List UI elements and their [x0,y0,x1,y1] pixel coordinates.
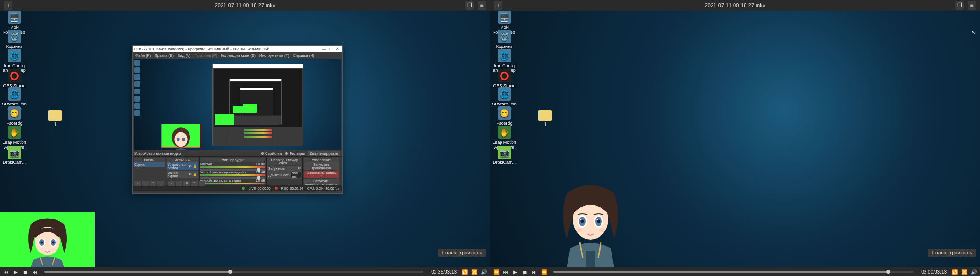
minimize-button[interactable]: — [321,47,327,51]
start-stream-button[interactable]: Запустить трансляцию [304,162,339,170]
transition-select[interactable]: Затухание⚙ [267,166,301,171]
menu-button[interactable]: ≡ [968,1,976,10]
scene-up-button[interactable]: ⌃ [150,181,156,185]
properties-button[interactable]: ⚙ Свойства [261,151,282,156]
mixer-channel: устройство захвата видео0.0 dB [200,179,265,184]
eye-icon[interactable]: 👁 [189,173,192,176]
trash-icon: 🗑️ [8,30,21,43]
source-up-button[interactable]: ⌃ [191,181,198,185]
volume-tooltip: Полная громкость [438,249,486,257]
seek-knob[interactable] [886,270,890,274]
add-tab-button[interactable]: + [494,1,502,10]
ff-button[interactable]: ⏩ [541,269,547,275]
stop-button[interactable]: ◼ [522,269,528,275]
next-button[interactable]: ⏭ [531,269,538,275]
obs-window[interactable]: OBS 27.0.1 (64-bit, windows) - Профиль: … [132,45,343,194]
loop-button[interactable]: 🔁 [461,269,468,275]
titlebar: + 2021-07-11 00-16-27.mkv ❐ ≡ [490,0,980,11]
video-player-right: + 2021-07-11 00-16-27.mkv ❐ ≡ 🖥️Мой комп… [490,0,980,276]
menu-profile[interactable]: Профиль (P) [194,53,217,58]
volume-slider[interactable] [257,168,260,172]
eye-icon[interactable]: 👁 [189,165,192,168]
menu-file[interactable]: Файл (F) [135,53,151,58]
lock-icon[interactable]: 🔒 [193,164,197,168]
volume-button[interactable]: 🔊 [480,269,487,275]
menu-tools[interactable]: Инструменты (T) [259,53,289,58]
source-item[interactable]: Устройство захват👁🔒 [167,162,198,170]
rec-time: REC: 00:01:34 [281,187,303,190]
desktop-icon-droidcam[interactable]: 📷DroidCam... [490,146,519,165]
volume-button[interactable]: 🔊 [970,269,977,275]
obs-icon: ⭕ [498,69,511,82]
duration-input[interactable]: 300 ms [291,172,301,178]
volume-slider[interactable] [257,176,260,180]
obs-source-toolbar: Устройство захвата видео ⚙ Свойства ⊕ Фи… [133,151,342,157]
stop-record-button[interactable]: Остановить запись ⏸ [304,171,339,178]
svg-point-14 [581,220,584,223]
svg-point-21 [599,228,605,232]
shuffle-button[interactable]: 🔀 [471,269,478,275]
seek-bar[interactable] [553,271,913,273]
capture-source-selected[interactable] [161,124,200,148]
add-tab-button[interactable]: + [4,1,12,10]
titlebar: + 2021-07-11 00-16-27.mkv ❐ ≡ [0,0,490,11]
scene-item[interactable]: Сцена [134,162,165,167]
desktop-icon-droidcam[interactable]: 📷DroidCam... [0,146,29,165]
desktop-icon-trash[interactable]: 🗑️Корзина [0,30,29,49]
filters-button[interactable]: ⊕ Фильтры [285,151,305,156]
restore-button[interactable]: ❐ [955,1,964,10]
prev-button[interactable]: ⏮ [3,269,10,275]
camera-icon: 📷 [498,146,511,159]
seek-bar[interactable] [44,271,423,273]
folder-1[interactable]: 1 [45,110,65,127]
remove-scene-button[interactable]: − [142,181,149,185]
rewind-button[interactable]: ⏪ [493,269,500,275]
window-title: 2021-07-11 00-16-27.mkv [705,2,766,8]
menu-view[interactable]: Вид (V) [178,53,190,58]
source-item[interactable]: Захват экрана👁🔒 [167,171,198,178]
prev-button[interactable]: ⏮ [502,269,509,275]
desktop: 🖥️Мой компьютер 🗑️Корзина 🌐Iron Config a… [490,11,980,267]
desktop-icon-facerig[interactable]: 😊FaceRig [490,106,519,126]
scene-down-button[interactable]: ⌄ [157,181,164,185]
shuffle-button[interactable]: 🔀 [961,269,968,275]
desktop-icon-obs[interactable]: ⭕OBS Studio [490,69,519,88]
next-button[interactable]: ⏭ [32,269,38,275]
seek-knob[interactable] [228,270,232,274]
folder-1[interactable]: 1 [535,110,555,127]
menu-scenes[interactable]: Коллекция сцен (S) [221,53,256,58]
menu-edit[interactable]: Правка (E) [155,53,174,58]
source-name: Устройство захвата видео [134,151,181,156]
obs-preview[interactable] [134,59,341,150]
add-scene-button[interactable]: + [134,181,141,185]
avatar-thumbnail [162,124,200,150]
maximize-button[interactable]: □ [328,47,334,51]
menu-button[interactable]: ≡ [478,1,486,10]
stop-button[interactable]: ◼ [22,269,29,275]
avatar-character [16,215,78,267]
preview-taskbar [134,60,140,116]
remove-source-button[interactable]: − [176,181,182,185]
play-button[interactable]: ▶ [12,269,19,275]
close-button[interactable]: ✕ [334,47,340,51]
lock-icon[interactable]: 🔒 [193,172,197,176]
loop-button[interactable]: 🔁 [951,269,958,275]
desktop-icon-facerig[interactable]: 😊FaceRig [0,106,29,126]
pause-icon[interactable]: ⏸ [320,174,323,178]
controls-panel: Управление Запустить трансляцию Останови… [303,157,340,185]
restore-button[interactable]: ❐ [465,1,474,10]
add-source-button[interactable]: + [168,181,175,185]
menu-help[interactable]: Справка (H) [293,53,314,58]
cpu-usage: CPU: 5.2%, 30.00 fps [307,187,339,190]
play-button[interactable]: ▶ [512,269,519,275]
svg-rect-22 [586,251,595,267]
deactivate-button[interactable]: Деактивировать [308,151,340,156]
desktop-icon-trash[interactable]: 🗑️Корзина [490,30,519,49]
obs-titlebar[interactable]: OBS 27.0.1 (64-bit, windows) - Профиль: … [133,46,342,52]
source-down-button[interactable]: ⌄ [199,181,200,185]
source-props-button[interactable]: ⚙ [183,181,190,185]
desktop-icon-obs[interactable]: ⭕OBS Studio [0,69,29,88]
virtual-cam-button[interactable]: Запустить виртуальную камеру [304,179,339,185]
computer-icon: 🖥️ [498,11,511,24]
gear-icon[interactable]: ⚙ [298,166,301,170]
